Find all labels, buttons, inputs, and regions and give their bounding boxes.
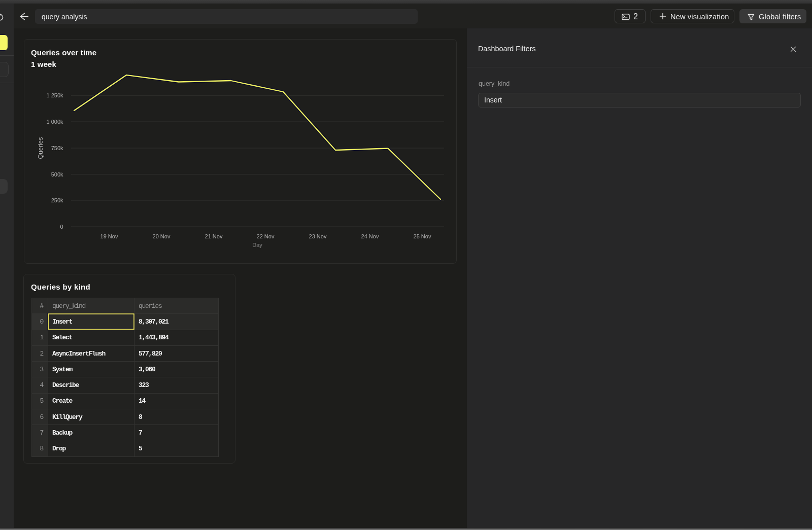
svg-text:1 000k: 1 000k bbox=[46, 119, 63, 125]
svg-text:19 Nov: 19 Nov bbox=[100, 233, 118, 239]
svg-text:23 Nov: 23 Nov bbox=[309, 233, 327, 239]
svg-text:25 Nov: 25 Nov bbox=[414, 233, 431, 239]
svg-text:Day: Day bbox=[252, 242, 262, 248]
svg-text:22 Nov: 22 Nov bbox=[257, 233, 275, 239]
svg-text:1 250k: 1 250k bbox=[46, 92, 63, 98]
svg-text:Queries: Queries bbox=[37, 137, 44, 159]
svg-text:0: 0 bbox=[60, 224, 63, 230]
svg-text:21 Nov: 21 Nov bbox=[205, 233, 223, 239]
svg-text:24 Nov: 24 Nov bbox=[361, 233, 379, 239]
svg-text:250k: 250k bbox=[51, 197, 63, 203]
svg-text:20 Nov: 20 Nov bbox=[153, 233, 171, 239]
svg-text:500k: 500k bbox=[51, 171, 63, 178]
svg-text:750k: 750k bbox=[51, 145, 63, 151]
